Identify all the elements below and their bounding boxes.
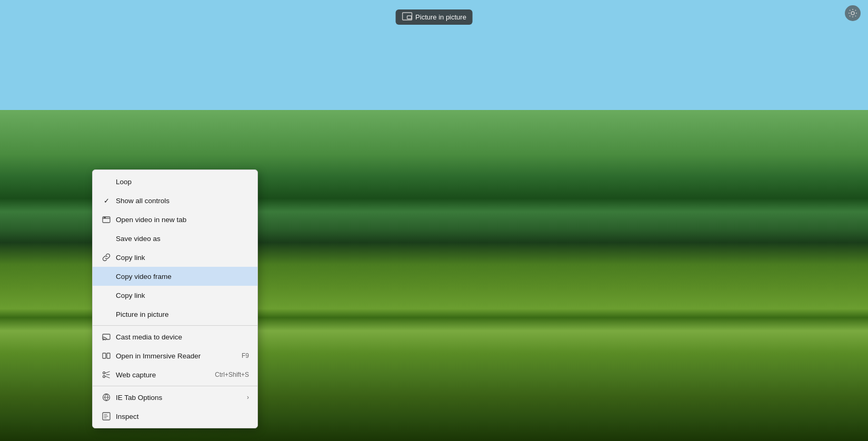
menu-item-save-video-as[interactable]: Save video as xyxy=(93,229,257,248)
menu-item-open-video-new-tab[interactable]: Open video in new tab xyxy=(93,210,257,229)
loop-icon-area xyxy=(101,176,112,187)
divider-2 xyxy=(93,386,257,386)
ie-tab-options-arrow: › xyxy=(247,394,249,401)
menu-item-web-capture[interactable]: Web capture Ctrl+Shift+S xyxy=(93,365,257,384)
settings-icon xyxy=(848,8,857,18)
menu-item-loop[interactable]: Loop xyxy=(93,172,257,191)
menu-label-web-capture: Web capture xyxy=(116,371,211,379)
copy-link2-icon-area xyxy=(101,290,112,300)
menu-label-copy-link-2: Copy link xyxy=(116,292,249,299)
menu-item-inspect[interactable]: Inspect xyxy=(93,407,257,426)
svg-rect-4 xyxy=(104,217,106,218)
checkmark-icon: ✓ xyxy=(104,197,109,205)
inspect-icon xyxy=(102,412,111,420)
immersive-reader-shortcut: F9 xyxy=(242,352,249,359)
cast-icon-area xyxy=(101,332,112,342)
menu-item-copy-link[interactable]: Copy link xyxy=(93,248,257,267)
menu-label-open-video-new-tab: Open video in new tab xyxy=(116,216,249,224)
link-icon-area xyxy=(101,252,112,263)
cast-icon xyxy=(102,333,111,341)
link-icon xyxy=(102,253,111,262)
menu-item-show-all-controls[interactable]: ✓ Show all controls xyxy=(93,191,257,210)
menu-label-picture-in-picture: Picture in picture xyxy=(116,310,249,318)
svg-rect-7 xyxy=(103,353,106,358)
tab-icon xyxy=(102,215,111,224)
menu-label-inspect: Inspect xyxy=(116,413,249,420)
menu-label-cast-media: Cast media to device xyxy=(116,333,249,341)
menu-item-picture-in-picture[interactable]: Picture in picture xyxy=(93,305,257,324)
menu-label-show-all-controls: Show all controls xyxy=(116,197,249,205)
save-icon-area xyxy=(101,233,112,244)
svg-rect-8 xyxy=(107,353,110,358)
menu-label-ie-tab-options: IE Tab Options xyxy=(116,394,238,402)
pip-menu-icon-area xyxy=(101,309,112,319)
scissors-icon xyxy=(102,370,111,379)
menu-label-save-video-as: Save video as xyxy=(116,235,249,243)
menu-item-cast-media[interactable]: Cast media to device xyxy=(93,327,257,346)
menu-label-loop: Loop xyxy=(116,178,249,186)
settings-button[interactable] xyxy=(845,5,861,21)
svg-rect-1 xyxy=(407,16,411,19)
pip-tooltip: Picture in picture xyxy=(395,9,473,25)
svg-point-2 xyxy=(851,12,854,15)
menu-item-immersive-reader[interactable]: Open in Immersive Reader F9 xyxy=(93,346,257,365)
menu-item-copy-link-2[interactable]: Copy link xyxy=(93,286,257,305)
svg-line-11 xyxy=(105,372,109,374)
divider-1 xyxy=(93,325,257,326)
inspect-icon-area xyxy=(101,411,112,422)
menu-label-immersive-reader: Open in Immersive Reader xyxy=(116,352,237,360)
immersive-reader-icon xyxy=(102,352,111,360)
web-capture-icon-area xyxy=(101,369,112,380)
svg-point-6 xyxy=(103,339,104,340)
menu-label-copy-link: Copy link xyxy=(116,254,249,262)
context-menu: Loop ✓ Show all controls Open video in n… xyxy=(92,169,258,428)
copy-frame-icon-area xyxy=(101,271,112,282)
pip-label: Picture in picture xyxy=(415,13,466,21)
menu-item-copy-video-frame[interactable]: Copy video frame xyxy=(93,267,257,286)
menu-label-copy-video-frame: Copy video frame xyxy=(116,273,249,280)
ie-icon-area xyxy=(101,392,112,403)
ie-icon xyxy=(102,393,111,402)
check-icon-area: ✓ xyxy=(101,195,112,206)
web-capture-shortcut: Ctrl+Shift+S xyxy=(215,371,249,378)
menu-item-ie-tab-options[interactable]: IE Tab Options › xyxy=(93,388,257,407)
immersive-icon-area xyxy=(101,350,112,361)
picture-in-picture-icon xyxy=(402,12,412,22)
tab-icon-area xyxy=(101,214,112,225)
svg-line-12 xyxy=(105,376,109,378)
